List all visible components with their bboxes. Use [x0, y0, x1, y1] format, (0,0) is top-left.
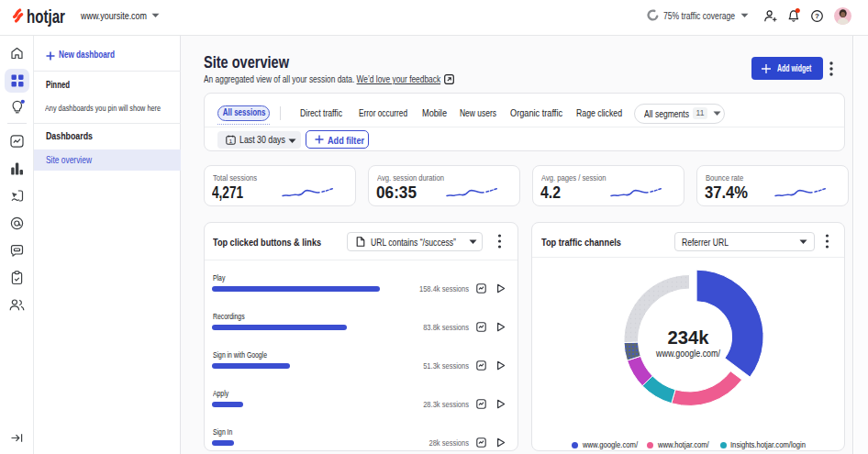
svg-text:?: ? — [815, 12, 819, 20]
svg-text:1: 1 — [229, 138, 233, 143]
